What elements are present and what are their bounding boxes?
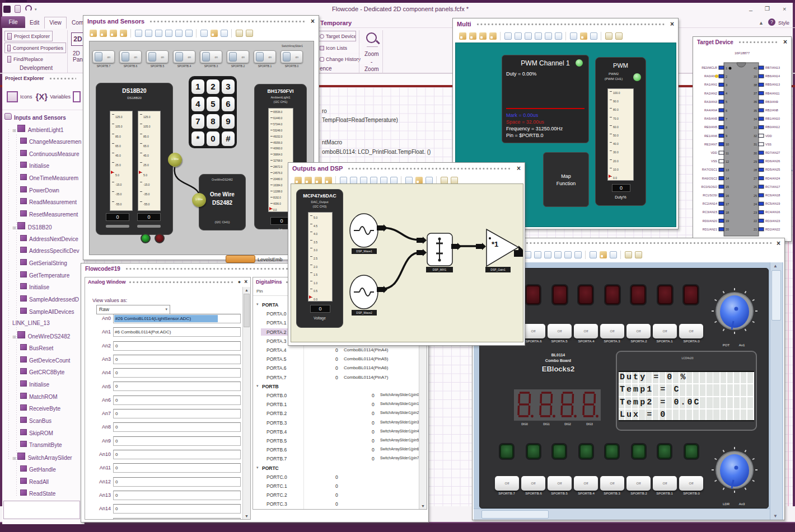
svg-text:RD3/AN23: RD3/AN23: [765, 219, 780, 223]
svg-text:RC2/AN14: RC2/AN14: [703, 202, 717, 205]
svg-text:RC7/AN17: RC7/AN17: [765, 185, 780, 189]
svg-text:RA4/AN4: RA4/AN4: [704, 109, 717, 112]
svg-text:RB7/AN13: RB7/AN13: [765, 66, 780, 69]
svg-text:24: 24: [754, 203, 757, 206]
svg-text:32: 32: [754, 134, 757, 138]
svg-text:7: 7: [726, 117, 727, 121]
svg-text:VSS: VSS: [711, 159, 717, 163]
svg-text:*1: *1: [492, 240, 498, 248]
svg-text:RC6/AN18: RC6/AN18: [765, 194, 780, 197]
svg-text:RB5/AN13: RB5/AN13: [765, 83, 780, 86]
svg-text:RA7/OSC1: RA7/OSC1: [702, 168, 717, 171]
svg-text:30: 30: [754, 152, 757, 155]
svg-text:RD7/AN27: RD7/AN27: [765, 151, 780, 154]
svg-text:31: 31: [754, 143, 757, 146]
svg-text:35: 35: [754, 109, 757, 112]
svg-text:VDD: VDD: [765, 134, 772, 138]
svg-text:21: 21: [754, 228, 757, 231]
svg-text:22: 22: [754, 219, 757, 223]
svg-text:1: 1: [726, 67, 727, 70]
svg-text:17: 17: [726, 203, 729, 206]
svg-text:RB3/AN9: RB3/AN9: [765, 100, 778, 103]
svg-text:37: 37: [754, 92, 757, 95]
svg-text:RA5/AN5: RA5/AN5: [704, 117, 717, 120]
svg-text:9: 9: [726, 134, 727, 138]
svg-text:10: 10: [726, 143, 729, 146]
svg-text:RA1/AN1: RA1/AN1: [704, 83, 717, 86]
svg-text:RD4/AN24: RD4/AN24: [765, 177, 780, 180]
svg-text:RC4/AN16: RC4/AN16: [765, 210, 780, 214]
svg-text:5: 5: [726, 100, 727, 103]
svg-text:14: 14: [726, 177, 729, 180]
svg-text:RC5/AN19: RC5/AN19: [765, 202, 780, 205]
svg-text:29: 29: [754, 160, 757, 163]
svg-text:23: 23: [754, 211, 757, 214]
svg-text:36: 36: [754, 100, 757, 103]
svg-text:38: 38: [754, 83, 757, 87]
svg-text:16: 16: [726, 194, 729, 197]
svg-text:RE3/MCLR: RE3/MCLR: [702, 66, 717, 69]
svg-text:RE0/AN5: RE0/AN5: [704, 125, 717, 129]
svg-text:RB2/AN8: RB2/AN8: [765, 109, 778, 112]
svg-text:6: 6: [726, 109, 727, 112]
svg-text:13: 13: [726, 168, 729, 172]
svg-text:19: 19: [726, 219, 729, 223]
svg-text:RB4/AN11: RB4/AN11: [765, 92, 780, 95]
svg-text:12: 12: [726, 160, 729, 163]
svg-text:RA3/AN3: RA3/AN3: [704, 100, 717, 103]
svg-text:RD0/AN20: RD0/AN20: [703, 219, 717, 223]
svg-text:25: 25: [754, 194, 757, 197]
svg-text:RC1/SOSI: RC1/SOSI: [703, 194, 717, 197]
svg-text:4: 4: [726, 92, 727, 95]
svg-text:3: 3: [726, 83, 727, 87]
svg-text:11: 11: [726, 152, 729, 155]
svg-text:RB6/AN14: RB6/AN14: [765, 74, 780, 78]
svg-text:RD5/AN25: RD5/AN25: [765, 168, 780, 171]
svg-text:RA2/AN2: RA2/AN2: [704, 92, 717, 95]
svg-text:RB1/AN10: RB1/AN10: [765, 117, 780, 120]
svg-text:39: 39: [754, 75, 757, 78]
svg-text:RB0/AN12: RB0/AN12: [765, 125, 780, 129]
svg-text:27: 27: [754, 177, 757, 180]
svg-text:40: 40: [754, 67, 757, 70]
svg-text:28: 28: [754, 168, 757, 172]
svg-text:26: 26: [754, 185, 757, 189]
svg-text:34: 34: [754, 117, 757, 121]
svg-text:2: 2: [726, 75, 727, 78]
svg-text:RA6/OSC2: RA6/OSC2: [702, 177, 717, 180]
svg-text:20: 20: [726, 228, 729, 231]
svg-text:RE1/AN6: RE1/AN6: [704, 134, 717, 138]
svg-text:RD1/AN21: RD1/AN21: [703, 228, 717, 231]
svg-text:RC0/SOSO: RC0/SOSO: [702, 185, 718, 189]
svg-text:RD2/AN22: RD2/AN22: [765, 228, 780, 231]
svg-text:33: 33: [754, 126, 757, 129]
svg-text:RD6/AN26: RD6/AN26: [765, 159, 780, 163]
svg-text:VSS: VSS: [765, 143, 771, 146]
svg-text:8: 8: [726, 126, 727, 129]
svg-text:VDD: VDD: [710, 151, 717, 154]
svg-text:RE2/AN7: RE2/AN7: [704, 143, 717, 146]
svg-text:15: 15: [726, 185, 729, 189]
svg-text:RC3/AN15: RC3/AN15: [703, 210, 717, 214]
svg-text:18: 18: [726, 211, 729, 214]
